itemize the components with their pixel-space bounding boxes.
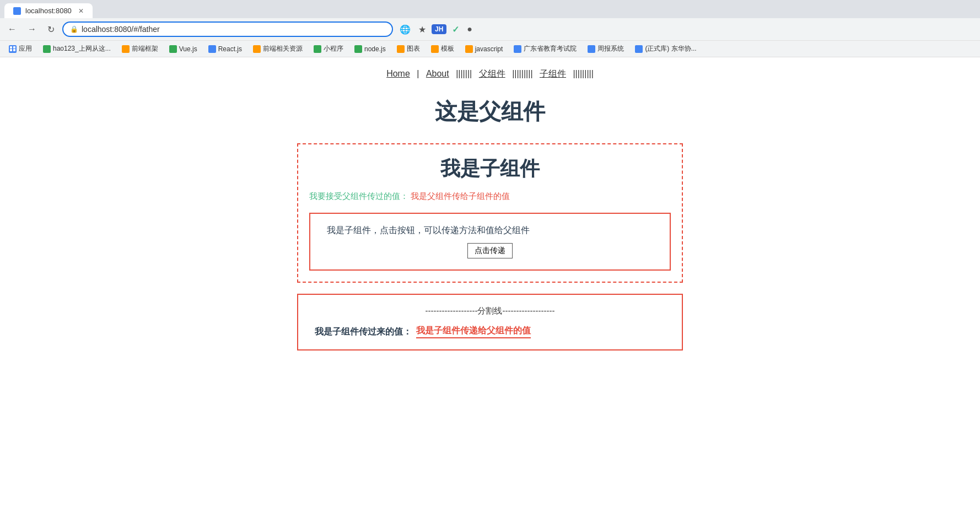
- checkmark-icon[interactable]: ✓: [450, 22, 461, 37]
- nav-home[interactable]: Home: [386, 69, 410, 78]
- hao123-icon: [43, 45, 51, 53]
- tab-close-btn[interactable]: ✕: [78, 7, 84, 15]
- charts-icon: [397, 45, 405, 53]
- bookmark-javascript-label: javascript: [475, 45, 503, 53]
- page-title: 这是父组件: [181, 96, 799, 127]
- tab-bar: localhost:8080 ✕: [0, 0, 980, 18]
- bookmark-reactjs-label: React.js: [218, 45, 242, 53]
- donghua-icon: [635, 45, 643, 53]
- reload-button[interactable]: ↻: [44, 22, 58, 37]
- miniapp-icon: [314, 45, 321, 53]
- resources-icon: [253, 45, 261, 53]
- forward-button[interactable]: →: [24, 22, 40, 36]
- child-pass-text: 我是子组件，点击按钮，可以传递方法和值给父组件: [327, 225, 653, 236]
- child-receive-row: 我要接受父组件传过的值： 我是父组件传给子组件的值: [309, 191, 671, 202]
- outer-wrapper: 我是子组件 我要接受父组件传过的值： 我是父组件传给子组件的值 我是子组件，点击…: [242, 143, 738, 350]
- browser-chrome: localhost:8080 ✕ ← → ↻ 🔒 🌐 ★ JH ✓ ●: [0, 0, 980, 57]
- nodejs-icon: [354, 45, 362, 53]
- parent-container: 我是子组件 我要接受父组件传过的值： 我是父组件传给子组件的值 我是子组件，点击…: [297, 143, 683, 283]
- javascript-icon: [465, 45, 473, 53]
- gaokao-icon: [514, 45, 521, 53]
- apps-icon: [9, 45, 17, 53]
- bookmark-miniapp-label: 小程序: [324, 44, 343, 53]
- nav-links: Home | About ||||||| 父组件 ||||||||| 子组件 |…: [181, 68, 799, 80]
- bookmark-vuejs[interactable]: Vue.js: [165, 44, 202, 54]
- nav-sep-2: |||||||: [456, 69, 475, 78]
- bookmark-donghua-label: (正式库) 东华协...: [645, 44, 696, 53]
- bookmark-vuejs-label: Vue.js: [179, 45, 197, 53]
- frontend-icon: [122, 45, 130, 53]
- bookmark-javascript[interactable]: javascript: [461, 44, 508, 54]
- bookmark-donghua[interactable]: (正式库) 东华协...: [631, 43, 701, 55]
- bookmark-nodejs-label: node.js: [364, 45, 386, 53]
- bookmark-templates-label: 模板: [441, 44, 454, 53]
- bookmark-nodejs[interactable]: node.js: [350, 44, 390, 54]
- pass-button[interactable]: 点击传递: [467, 243, 513, 258]
- bookmark-apps[interactable]: 应用: [4, 43, 36, 55]
- separator-section-wrapper: -------------------分割线------------------…: [297, 294, 683, 350]
- weekly-icon: [588, 45, 595, 53]
- url-input[interactable]: [82, 25, 385, 34]
- bookmark-apps-label: 应用: [19, 44, 32, 53]
- profile-icon[interactable]: JH: [432, 24, 446, 34]
- page-content: Home | About ||||||| 父组件 ||||||||| 子组件 |…: [159, 57, 821, 362]
- browser-tab[interactable]: localhost:8080 ✕: [4, 3, 93, 18]
- arrow-svg-1: [670, 358, 725, 362]
- bookmark-frontend[interactable]: 前端框架: [117, 43, 163, 55]
- annotation-arrow-1: 1.点击按钮: [670, 358, 760, 362]
- child-title: 我是子组件: [309, 155, 671, 182]
- bookmark-resources[interactable]: 前端相关资源: [249, 43, 307, 55]
- child-receive-value: 我是父组件传给子组件的值: [411, 191, 510, 201]
- back-button[interactable]: ←: [4, 22, 20, 36]
- bookmark-frontend-label: 前端框架: [132, 44, 158, 53]
- nav-child-component[interactable]: 子组件: [540, 69, 566, 78]
- templates-icon: [431, 45, 439, 53]
- pass-value-value: 我是子组件传递给父组件的值: [416, 325, 531, 338]
- separator-line: -------------------分割线------------------…: [315, 306, 665, 316]
- pass-value-label: 我是子组件传过来的值：: [315, 326, 412, 338]
- bookmark-charts[interactable]: 图表: [392, 43, 424, 55]
- bookmark-weekly-label: 周报系统: [597, 44, 624, 53]
- bookmark-templates[interactable]: 模板: [427, 43, 459, 55]
- nav-parent-component[interactable]: 父组件: [479, 69, 505, 78]
- bookmark-gaokao-label: 广东省教育考试院: [524, 44, 577, 53]
- bookmark-gaokao[interactable]: 广东省教育考试院: [509, 43, 581, 55]
- separator-section: -------------------分割线------------------…: [297, 294, 683, 350]
- star-icon[interactable]: ★: [416, 22, 428, 37]
- bookmark-resources-label: 前端相关资源: [263, 44, 303, 53]
- vue-icon: [169, 45, 177, 53]
- bookmark-reactjs[interactable]: React.js: [204, 44, 246, 54]
- nav-sep-4: |||||||||: [573, 69, 593, 78]
- child-pass-box: 我是子组件，点击按钮，可以传递方法和值给父组件 点击传递: [309, 213, 671, 271]
- bookmark-hao123-label: hao123_上网从这...: [53, 44, 111, 53]
- address-bar[interactable]: 🔒: [62, 21, 393, 37]
- extension-icon[interactable]: ●: [465, 22, 475, 36]
- pass-value-row: 我是子组件传过来的值： 我是子组件传递给父组件的值: [315, 325, 665, 338]
- tab-favicon: [13, 7, 21, 15]
- bookmark-miniapp[interactable]: 小程序: [309, 43, 348, 55]
- bookmark-weekly[interactable]: 周报系统: [583, 43, 628, 55]
- toolbar-icons: 🌐 ★ JH ✓ ●: [397, 22, 475, 37]
- browser-toolbar: ← → ↻ 🔒 🌐 ★ JH ✓ ●: [0, 18, 980, 40]
- lock-icon: 🔒: [70, 25, 78, 33]
- child-receive-label: 我要接受父组件传过的值：: [309, 191, 408, 201]
- bookmark-hao123[interactable]: hao123_上网从这...: [39, 43, 115, 55]
- bookmarks-bar: 应用 hao123_上网从这... 前端框架 Vue.js React.js 前…: [0, 40, 980, 57]
- tab-title: localhost:8080: [25, 7, 72, 15]
- nav-sep-1: |: [417, 69, 422, 78]
- react-icon: [208, 45, 216, 53]
- bookmark-charts-label: 图表: [407, 44, 420, 53]
- translate-icon[interactable]: 🌐: [397, 22, 413, 37]
- nav-sep-3: |||||||||: [512, 69, 532, 78]
- nav-about[interactable]: About: [426, 69, 449, 78]
